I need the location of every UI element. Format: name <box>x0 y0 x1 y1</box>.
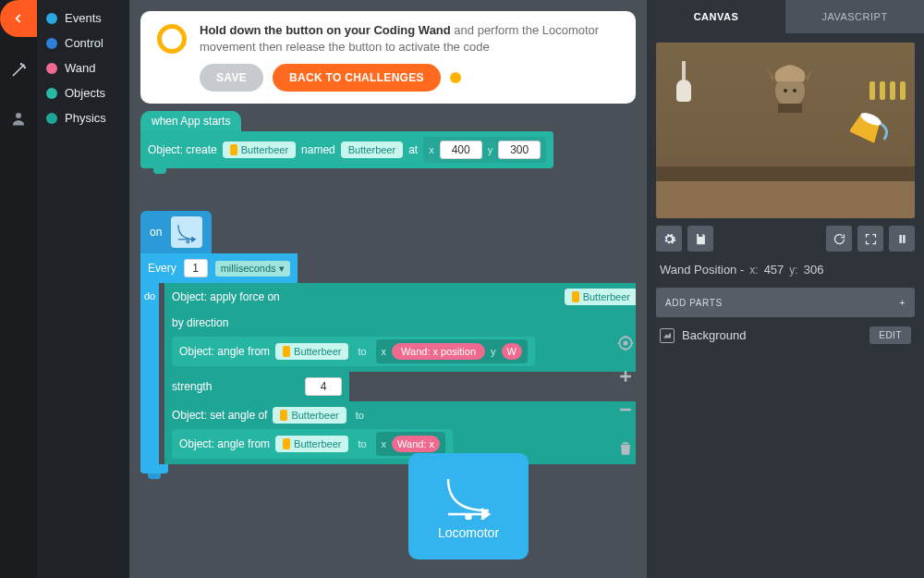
block-object-create[interactable]: Object: create Butterbeer named Butterbe… <box>140 131 553 168</box>
object-icon <box>283 346 290 357</box>
edit-background-button[interactable]: EDIT <box>869 326 911 344</box>
restart-button[interactable] <box>826 226 852 252</box>
wand-position-readout: Wand Position - x:457 y:306 <box>660 263 911 277</box>
time-unit-select[interactable]: milliseconds ▾ <box>215 261 290 277</box>
wand-x-cut-block[interactable]: Wand: x <box>392 436 440 452</box>
svg-point-4 <box>187 240 189 243</box>
object-icon <box>572 291 579 302</box>
every-count-input[interactable]: 1 <box>184 259 208 277</box>
wand-icon[interactable] <box>0 52 37 89</box>
dot-icon <box>46 113 57 124</box>
add-parts-button[interactable]: ADD PARTS + <box>656 288 915 317</box>
svg-rect-13 <box>899 235 902 243</box>
trash-button[interactable] <box>615 438 636 459</box>
object-butterbeer-pill[interactable]: Butterbeer <box>223 141 296 158</box>
do-label: do <box>140 283 159 464</box>
instruction-banner: Hold down the button on your Coding Wand… <box>140 11 636 104</box>
target-butterbeer-pill[interactable]: Butterbeer <box>565 289 636 305</box>
from-butterbeer-pill[interactable]: Butterbeer <box>275 343 348 360</box>
svg-rect-14 <box>903 235 906 243</box>
x-input[interactable]: 400 <box>440 141 482 159</box>
block-angle-from[interactable]: Object: angle from Butterbeer to x Wand:… <box>172 337 535 366</box>
save-canvas-button[interactable] <box>687 226 713 252</box>
name-butterbeer-field[interactable]: Butterbeer <box>341 141 403 158</box>
sidebar-item-control[interactable]: Control <box>37 31 129 55</box>
block-on-gesture[interactable]: on <box>140 211 212 253</box>
image-icon <box>660 328 675 343</box>
svg-point-7 <box>467 514 471 519</box>
svg-point-2 <box>24 68 25 68</box>
svg-point-11 <box>793 89 796 92</box>
sidebar-item-physics[interactable]: Physics <box>37 105 129 130</box>
save-button[interactable]: SAVE <box>200 64 263 92</box>
from-butterbeer-pill-2[interactable]: Butterbeer <box>275 436 348 452</box>
plus-icon: + <box>900 298 906 308</box>
canvas-preview[interactable] <box>656 43 915 218</box>
svg-point-6 <box>624 341 626 344</box>
recenter-button[interactable] <box>615 333 636 353</box>
dot-icon <box>46 88 57 99</box>
taps-icon <box>869 81 906 100</box>
sidebar-item-objects[interactable]: Objects <box>37 80 129 105</box>
svg-point-3 <box>16 113 21 118</box>
sidebar-item-wand[interactable]: Wand <box>37 55 129 80</box>
lamp-icon <box>676 80 691 102</box>
trophy-icon <box>758 63 822 117</box>
part-background-row[interactable]: Background EDIT <box>660 326 911 344</box>
zoom-in-button[interactable] <box>615 366 636 387</box>
y-input[interactable]: 300 <box>498 141 541 159</box>
block-angle-from-2[interactable]: Object: angle from Butterbeer to x Wand:… <box>172 429 453 459</box>
block-strength[interactable]: strength 4 <box>164 372 349 401</box>
target-butterbeer-pill-2[interactable]: Butterbeer <box>273 407 346 424</box>
hint-ring-icon <box>157 24 187 54</box>
back-to-challenges-button[interactable]: BACK TO CHALLENGES <box>273 64 441 92</box>
pause-button[interactable] <box>889 226 915 252</box>
sidebar-item-events[interactable]: Events <box>37 6 129 31</box>
wand-x-position-block[interactable]: Wand: x position <box>392 343 485 360</box>
strength-input[interactable]: 4 <box>305 377 342 396</box>
workspace-tools <box>615 333 636 459</box>
workspace: Hold down the button on your Coding Wand… <box>129 0 647 578</box>
svg-point-1 <box>21 64 22 65</box>
tab-javascript[interactable]: JAVASCRIPT <box>785 0 924 33</box>
right-panel: CANVAS JAVASCRIPT Wand Position - x: <box>647 0 924 578</box>
progress-dot-icon <box>450 72 461 83</box>
icon-rail <box>0 0 37 578</box>
block-every[interactable]: Every 1 milliseconds ▾ <box>140 253 298 283</box>
object-icon <box>283 438 290 449</box>
object-icon <box>230 144 237 155</box>
gesture-card-locomotor[interactable]: Locomotor <box>408 453 529 560</box>
category-sidebar: Events Control Wand Objects Physics <box>37 0 129 578</box>
svg-rect-9 <box>778 104 802 113</box>
instruction-text: Hold down the button on your Coding Wand… <box>200 22 619 55</box>
gesture-locomotor-chip[interactable] <box>171 216 202 248</box>
hat-block-when-app-starts[interactable]: when App starts <box>140 111 241 131</box>
block-by-direction[interactable]: by direction Object: angle from Butterbe… <box>164 311 636 372</box>
block-set-angle[interactable]: Object: set angle of Butterbeer to Objec… <box>164 401 636 464</box>
wand-y-cut-block[interactable]: W <box>502 343 522 360</box>
zoom-out-button[interactable] <box>615 400 636 420</box>
canvas-toolbar <box>656 226 915 252</box>
blocks-canvas[interactable]: when App starts Object: create Butterbee… <box>140 111 636 569</box>
xy-input: x 400 y 300 <box>423 137 546 163</box>
butterbeer-sprite <box>850 111 893 148</box>
fullscreen-button[interactable] <box>857 226 883 252</box>
dot-icon <box>46 13 57 24</box>
dot-icon <box>46 38 57 49</box>
back-button[interactable] <box>0 0 37 37</box>
object-icon <box>280 410 287 421</box>
profile-icon[interactable] <box>0 100 37 137</box>
dot-icon <box>46 63 57 74</box>
right-tabs: CANVAS JAVASCRIPT <box>647 0 924 33</box>
block-apply-force[interactable]: Object: apply force on Butterbeer <box>164 283 636 311</box>
svg-point-10 <box>784 89 787 92</box>
tab-canvas[interactable]: CANVAS <box>647 0 785 33</box>
settings-button[interactable] <box>656 226 682 252</box>
svg-point-0 <box>23 65 25 67</box>
